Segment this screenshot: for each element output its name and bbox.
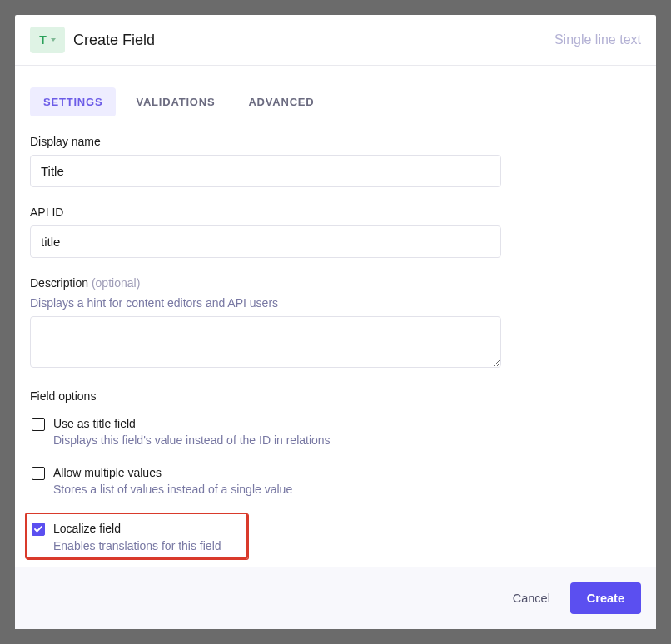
option-hint: Stores a list of values instead of a sin… <box>53 483 292 496</box>
highlight-box: Localize field Enables translations for … <box>25 513 248 558</box>
description-textarea[interactable] <box>30 316 501 368</box>
form-body: Display name API ID Description (optiona… <box>15 116 656 567</box>
display-name-input[interactable] <box>30 155 501 187</box>
option-text: Localize field Enables translations for … <box>53 521 221 552</box>
option-hint: Enables translations for this field <box>53 539 221 552</box>
modal-header: T Create Field Single line text <box>15 15 656 66</box>
description-hint: Displays a hint for content editors and … <box>30 296 501 310</box>
checkbox-use-as-title[interactable] <box>32 418 45 431</box>
tab-settings[interactable]: SETTINGS <box>30 87 116 116</box>
option-use-as-title[interactable]: Use as title field Displays this field's… <box>30 414 641 448</box>
option-label: Localize field <box>53 521 221 536</box>
field-type-badge[interactable]: T <box>30 27 65 53</box>
create-button[interactable]: Create <box>570 582 641 614</box>
option-hint: Displays this field's value instead of t… <box>53 433 331 447</box>
optional-tag: (optional) <box>92 276 140 290</box>
tabs: SETTINGS VALIDATIONS ADVANCED <box>15 66 656 116</box>
tab-advanced[interactable]: ADVANCED <box>235 87 327 116</box>
option-text: Allow multiple values Stores a list of v… <box>53 465 292 496</box>
header-left: T Create Field <box>30 27 155 53</box>
cancel-button[interactable]: Cancel <box>506 583 557 613</box>
modal-footer: Cancel Create <box>15 567 656 629</box>
option-label: Use as title field <box>53 416 331 431</box>
tab-validations[interactable]: VALIDATIONS <box>122 87 228 116</box>
display-name-label: Display name <box>30 135 501 148</box>
description-label-text: Description <box>30 276 88 290</box>
checkbox-allow-multiple[interactable] <box>32 467 45 480</box>
check-icon <box>34 526 42 533</box>
api-id-group: API ID <box>30 206 501 258</box>
checkbox-localize[interactable] <box>32 523 45 536</box>
option-label: Allow multiple values <box>53 465 292 480</box>
option-allow-multiple[interactable]: Allow multiple values Stores a list of v… <box>30 463 641 498</box>
create-field-modal: T Create Field Single line text SETTINGS… <box>15 15 656 629</box>
api-id-input[interactable] <box>30 225 501 258</box>
description-label: Description (optional) <box>30 276 501 290</box>
field-type-label: Single line text <box>554 32 641 47</box>
chevron-down-icon <box>51 38 56 42</box>
badge-letter: T <box>39 33 47 47</box>
option-text: Use as title field Displays this field's… <box>53 416 331 447</box>
api-id-label: API ID <box>30 206 501 219</box>
description-group: Description (optional) Displays a hint f… <box>30 276 501 371</box>
modal-title: Create Field <box>73 32 155 49</box>
display-name-group: Display name <box>30 135 501 187</box>
option-localize[interactable]: Localize field Enables translations for … <box>30 519 243 553</box>
field-options-title: Field options <box>30 389 641 403</box>
